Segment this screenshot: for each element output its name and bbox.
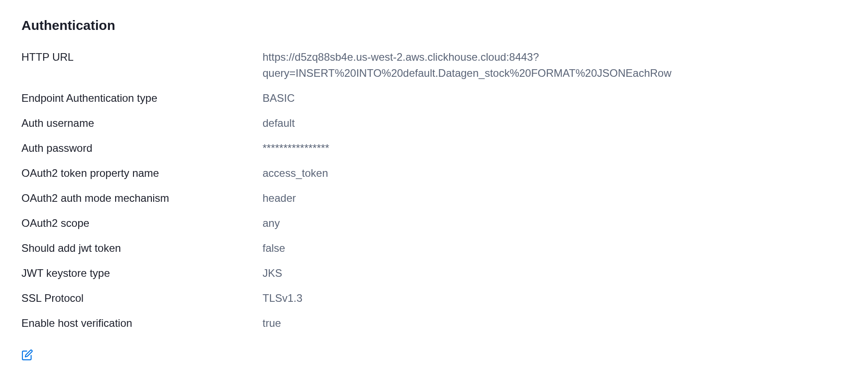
field-label: OAuth2 auth mode mechanism [21, 190, 263, 206]
field-row-auth-password: Auth password **************** [21, 140, 847, 156]
field-value: header [263, 190, 821, 206]
field-label: Endpoint Authentication type [21, 90, 263, 106]
field-row-should-add-jwt: Should add jwt token false [21, 240, 847, 256]
field-label: Should add jwt token [21, 240, 263, 256]
field-label: OAuth2 scope [21, 215, 263, 231]
field-label: Auth password [21, 140, 263, 156]
field-row-ssl-protocol: SSL Protocol TLSv1.3 [21, 290, 847, 306]
field-row-endpoint-auth-type: Endpoint Authentication type BASIC [21, 90, 847, 106]
field-row-oauth2-auth-mode: OAuth2 auth mode mechanism header [21, 190, 847, 206]
field-value: any [263, 215, 821, 231]
field-value: JKS [263, 265, 821, 281]
edit-icon[interactable] [21, 349, 33, 361]
field-row-oauth2-token-property: OAuth2 token property name access_token [21, 165, 847, 181]
field-value: false [263, 240, 821, 256]
field-row-auth-username: Auth username default [21, 115, 847, 131]
field-value: **************** [263, 140, 821, 156]
field-value: default [263, 115, 821, 131]
field-row-oauth2-scope: OAuth2 scope any [21, 215, 847, 231]
field-label: JWT keystore type [21, 265, 263, 281]
section-title: Authentication [21, 18, 847, 33]
field-row-enable-host-verification: Enable host verification true [21, 315, 847, 331]
field-label: Auth username [21, 115, 263, 131]
field-label: SSL Protocol [21, 290, 263, 306]
field-row-jwt-keystore-type: JWT keystore type JKS [21, 265, 847, 281]
field-row-http-url: HTTP URL https://d5zq88sb4e.us-west-2.aw… [21, 49, 847, 81]
field-value: https://d5zq88sb4e.us-west-2.aws.clickho… [263, 49, 821, 81]
field-label: HTTP URL [21, 49, 263, 65]
field-value: BASIC [263, 90, 821, 106]
field-label: OAuth2 token property name [21, 165, 263, 181]
field-value: true [263, 315, 821, 331]
field-value: access_token [263, 165, 821, 181]
field-value: TLSv1.3 [263, 290, 821, 306]
field-label: Enable host verification [21, 315, 263, 331]
